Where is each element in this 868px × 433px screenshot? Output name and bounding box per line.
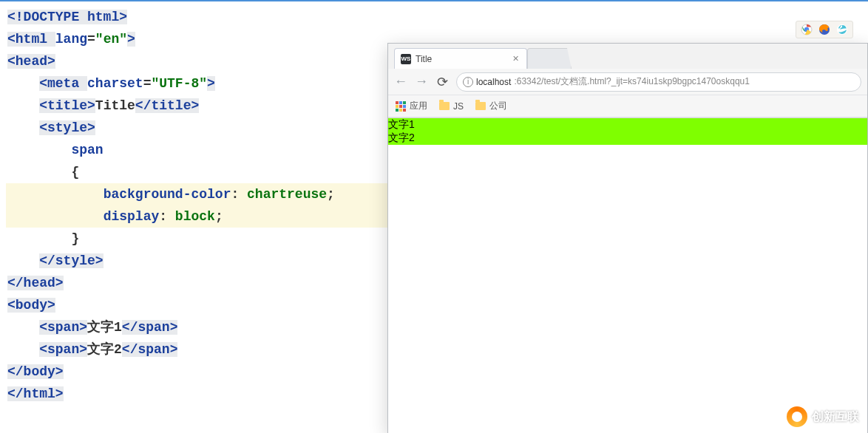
folder-icon [475,102,486,110]
watermark: 创新互联 [787,406,859,427]
watermark-logo-icon [787,406,807,427]
new-tab-ghost[interactable] [527,48,572,69]
tab-title: Title [416,54,506,64]
address-row: ← → ⟳ i localhost:63342/test/文档流.html?_i… [388,69,867,95]
code-line[interactable]: <style> [6,117,392,139]
doctype: <!DOCTYPE html> [7,10,127,24]
titlebar: WS Title ✕ ← → ⟳ i localhost:63342/test/… [388,44,867,118]
code-line[interactable]: </body> [6,361,392,383]
bookmark-label: JS [453,101,464,112]
site-info-icon[interactable]: i [463,77,473,87]
code-line[interactable]: <!DOCTYPE html> [6,6,392,28]
browser-window: WS Title ✕ ← → ⟳ i localhost:63342/test/… [387,43,868,433]
folder-icon [439,102,450,110]
address-bar[interactable]: i localhost:63342/test/文档流.html?_ijt=ks7… [456,72,861,92]
apps-bookmark[interactable]: 应用 [396,100,427,112]
page-span-2: 文字2 [388,132,867,145]
close-tab-icon[interactable]: ✕ [510,54,521,64]
bookmark-bar: 应用 JS 公司 [388,95,867,117]
ie-icon[interactable] [836,24,848,35]
code-line[interactable]: display: block; [6,205,392,228]
browser-launch-icons [796,21,853,38]
code-line[interactable]: { [6,161,392,183]
bookmark-label: 公司 [489,100,507,112]
bookmark-js[interactable]: JS [439,101,464,112]
code-line[interactable]: </style> [6,250,392,272]
url-host: localhost [476,77,511,87]
code-line[interactable]: <meta charset="UTF-8"> [6,72,392,95]
firefox-icon[interactable] [818,24,830,35]
browser-viewport: 文字1 文字2 [388,118,867,433]
forward-arrow-icon: → [415,74,428,89]
code-line[interactable]: } [6,228,392,250]
code-line[interactable]: background-color: chartreuse; [6,183,392,205]
apps-icon [396,101,406,112]
code-line[interactable]: span [6,139,392,161]
back-arrow-icon[interactable]: ← [394,74,407,89]
tabs-row: WS Title ✕ [388,44,867,69]
apps-label: 应用 [410,100,427,112]
code-line[interactable]: <span>文字1</span> [6,316,392,338]
code-lines: <!DOCTYPE html> <html lang="en"> <head> … [6,6,392,405]
watermark-text: 创新互联 [812,409,859,425]
chrome-icon[interactable] [801,24,813,35]
favicon: WS [401,54,411,64]
code-line[interactable]: <head> [6,50,392,72]
reload-icon[interactable]: ⟳ [435,74,449,90]
code-line[interactable]: <html lang="en"> [6,28,392,50]
page-span-1: 文字1 [388,118,867,132]
code-line[interactable]: <title>Title</title> [6,95,392,117]
bookmark-company[interactable]: 公司 [475,100,507,112]
browser-tab[interactable]: WS Title ✕ [394,48,527,69]
code-line[interactable]: <body> [6,294,392,316]
url-rest: :63342/test/文档流.html?_ijt=ks74iu1skp9bgp… [514,75,750,88]
code-line[interactable]: <span>文字2</span> [6,338,392,361]
code-line[interactable]: </head> [6,272,392,294]
code-line[interactable]: </html> [6,383,392,405]
code-editor: <!DOCTYPE html> <html lang="en"> <head> … [0,6,392,427]
